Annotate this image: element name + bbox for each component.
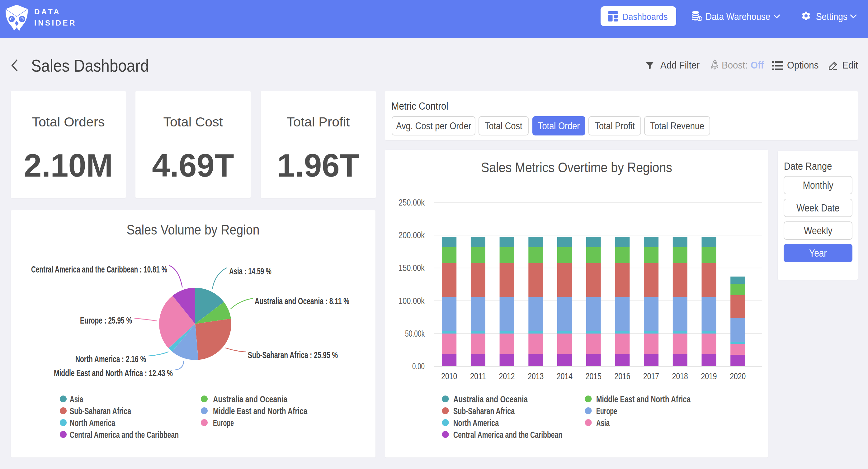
svg-text:North America: North America: [453, 418, 499, 428]
svg-text:2010: 2010: [441, 371, 457, 381]
svg-text:100.00k: 100.00k: [399, 296, 425, 306]
svg-text:Central America and the Caribb: Central America and the Caribbean: [70, 430, 179, 440]
svg-text:Sub-Saharan Africa : 25.95 %: Sub-Saharan Africa : 25.95 %: [248, 350, 338, 360]
svg-text:Australia and Oceania: Australia and Oceania: [453, 394, 528, 404]
svg-text:2017: 2017: [643, 371, 659, 381]
svg-text:Asia: Asia: [70, 394, 83, 404]
svg-text:50.00k: 50.00k: [405, 328, 425, 339]
svg-text:Sales Volume by Region: Sales Volume by Region: [127, 222, 260, 237]
svg-text:Middle East and North Africa :: Middle East and North Africa : 12.43 %: [54, 368, 173, 378]
svg-text:Europe: Europe: [213, 418, 234, 428]
svg-text:2018: 2018: [672, 371, 688, 381]
svg-text:Central America and the Caribb: Central America and the Caribbean: [453, 430, 562, 440]
svg-text:Europe : 25.95 %: Europe : 25.95 %: [80, 315, 132, 325]
svg-text:Sales Metrics Overtime by Regi: Sales Metrics Overtime by Regions: [481, 160, 672, 175]
svg-text:250.00k: 250.00k: [399, 197, 425, 207]
svg-text:150.00k: 150.00k: [399, 263, 425, 273]
svg-text:Middle East and North Africa: Middle East and North Africa: [213, 406, 307, 416]
svg-text:Australia and Oceania : 8.11 %: Australia and Oceania : 8.11 %: [255, 296, 349, 306]
svg-text:2019: 2019: [701, 371, 717, 381]
svg-text:North America: North America: [70, 418, 115, 428]
svg-text:2013: 2013: [528, 371, 544, 381]
svg-text:Asia : 14.59 %: Asia : 14.59 %: [229, 266, 272, 276]
svg-text:Sub-Saharan Africa: Sub-Saharan Africa: [70, 406, 131, 416]
svg-text:2016: 2016: [614, 371, 630, 381]
svg-text:2015: 2015: [586, 371, 601, 381]
svg-text:2011: 2011: [470, 371, 486, 381]
svg-text:0.00: 0.00: [412, 361, 425, 371]
svg-text:Central America and the Caribb: Central America and the Caribbean : 10.8…: [31, 264, 167, 274]
svg-text:North America : 2.16 %: North America : 2.16 %: [75, 354, 146, 364]
svg-text:Asia: Asia: [596, 418, 610, 428]
svg-text:2014: 2014: [557, 371, 572, 381]
svg-text:Sub-Saharan Africa: Sub-Saharan Africa: [453, 406, 515, 416]
svg-text:2012: 2012: [499, 371, 515, 381]
svg-text:Australia and Oceania: Australia and Oceania: [213, 394, 287, 404]
svg-text:200.00k: 200.00k: [399, 230, 425, 240]
svg-text:Europe: Europe: [596, 406, 617, 416]
svg-text:2020: 2020: [730, 371, 746, 381]
svg-text:Middle East and North Africa: Middle East and North Africa: [596, 394, 690, 404]
